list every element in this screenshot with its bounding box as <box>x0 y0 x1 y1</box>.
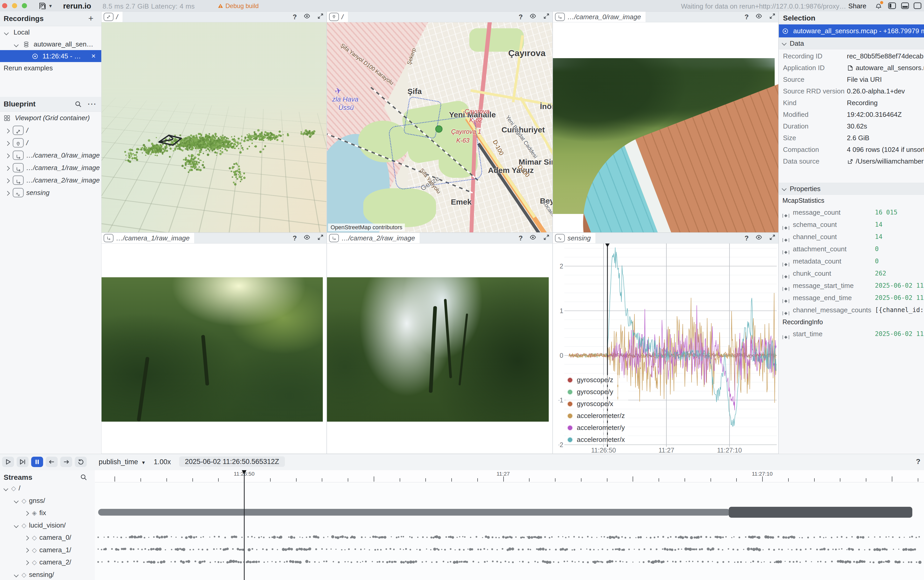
visibility-icon[interactable] <box>530 234 536 242</box>
expand-icon[interactable] <box>769 13 776 21</box>
sensing-plot-pane[interactable]: 210−1−211:26:5011:2711:27:10 gyroscope/z… <box>553 232 779 454</box>
data-row[interactable]: Recording IDrec_80b5f5e88ef74decab1 <box>779 50 924 62</box>
toggle-right-panel-icon[interactable] <box>913 2 922 9</box>
legend-item[interactable]: accelerometer/x <box>565 435 629 445</box>
visibility-icon[interactable] <box>304 13 310 21</box>
search-icon[interactable] <box>80 473 87 481</box>
legend-item[interactable]: gyroscope/y <box>565 387 629 397</box>
pane-title-tab[interactable]: / <box>327 12 348 22</box>
step-next-button[interactable] <box>60 457 72 467</box>
property-row[interactable]: schema_count14 <box>779 219 924 231</box>
time-ruler[interactable]: 11:26:5011:2711:27:10 <box>95 470 924 483</box>
timeline-selector[interactable]: publish_time▼ <box>99 458 146 466</box>
gnss-fix-track-bar-dense[interactable] <box>729 507 912 518</box>
data-row[interactable]: SourceFile via URI <box>779 74 924 86</box>
data-row[interactable]: Compaction4 096 rows (1024 if unsort <box>779 144 924 155</box>
stream-row-sensing[interactable]: ◇sensing/ <box>0 568 95 580</box>
selected-recording-row[interactable]: autoware_all_sensors.mcap - +168.79979 m <box>779 25 924 37</box>
data-row[interactable]: Duration30.62s <box>779 120 924 132</box>
property-row[interactable]: chunk_count262 <box>779 267 924 280</box>
event-dots-track[interactable] <box>95 557 924 567</box>
pause-button[interactable] <box>31 457 43 467</box>
legend-item[interactable]: accelerometer/y <box>565 423 629 433</box>
rerun-examples-row[interactable]: Rerun examples <box>0 62 101 74</box>
expand-icon[interactable] <box>769 234 776 242</box>
data-row[interactable]: Source RRD version0.26.0-alpha.1+dev <box>779 86 924 97</box>
property-row[interactable]: channel_message_counts[{channel_id: <box>779 304 924 316</box>
recordings-local-row[interactable]: Local <box>0 26 101 38</box>
help-icon[interactable]: ? <box>293 234 297 242</box>
help-icon[interactable]: ? <box>744 13 749 21</box>
play-button[interactable] <box>2 457 14 467</box>
stream-row-camera_1[interactable]: ◇camera_1/ <box>0 544 95 556</box>
blueprint-view-row[interactable]: sensing <box>0 186 101 199</box>
legend-item[interactable]: gyroscope/z <box>565 375 629 385</box>
timeline-help-icon[interactable]: ? <box>916 458 921 466</box>
macos-minimize-button[interactable] <box>12 3 17 8</box>
property-row[interactable]: channel_count14 <box>779 231 924 243</box>
camera2-pane[interactable]: …/camera_2/raw_image ? <box>327 232 553 454</box>
property-row[interactable]: attachment_count0 <box>779 243 924 255</box>
expand-icon[interactable] <box>543 234 550 242</box>
pane-title-tab[interactable]: …/camera_2/raw_image <box>327 233 420 243</box>
toggle-bottom-panel-icon[interactable] <box>901 2 909 9</box>
stream-row-camera_2[interactable]: ◇camera_2/ <box>0 556 95 568</box>
visibility-icon[interactable] <box>304 234 310 242</box>
notifications-bell-icon[interactable] <box>874 2 883 10</box>
visibility-icon[interactable] <box>756 234 762 242</box>
rerun-logo-icon[interactable] <box>38 2 46 10</box>
step-back-button[interactable] <box>46 457 58 467</box>
expand-icon[interactable] <box>317 13 324 21</box>
toggle-left-panel-icon[interactable] <box>888 2 896 9</box>
event-dots-track[interactable] <box>95 532 924 542</box>
current-timestamp-field[interactable]: 2025-06-02 11:26:50.565312Z <box>179 456 285 467</box>
blueprint-view-row[interactable]: …/camera_0/raw_image <box>0 149 101 161</box>
data-section-header[interactable]: Data <box>779 37 924 49</box>
share-button[interactable]: Share <box>848 2 866 10</box>
camera1-pane[interactable]: …/camera_1/raw_image ? <box>101 232 327 454</box>
help-icon[interactable]: ? <box>293 13 297 21</box>
camera0-image[interactable] <box>553 22 778 232</box>
blueprint-view-row[interactable]: / <box>0 124 101 137</box>
blueprint-viewport-row[interactable]: Viewport (Grid container) <box>0 112 101 124</box>
visibility-icon[interactable] <box>756 13 762 21</box>
stream-row-gnss[interactable]: ◇gnss/ <box>0 494 95 507</box>
camera0-pane[interactable]: …/camera_0/raw_image ? <box>553 12 779 232</box>
event-dots-track[interactable] <box>95 544 924 555</box>
help-icon[interactable]: ? <box>519 234 523 242</box>
gnss-fix-track-bar[interactable] <box>98 509 730 516</box>
blueprint-view-row[interactable]: …/camera_1/raw_image <box>0 161 101 174</box>
data-row[interactable]: Application IDautoware_all_sensors.m <box>779 62 924 74</box>
logo-menu-caret[interactable]: ▼ <box>48 3 53 9</box>
property-row[interactable]: start_time2025-06-02 11 <box>779 328 924 340</box>
expand-icon[interactable] <box>317 234 324 242</box>
loop-button[interactable] <box>75 457 87 467</box>
property-row[interactable]: message_end_time2025-06-02 11 <box>779 292 924 304</box>
property-row[interactable]: message_count16 015 <box>779 206 924 219</box>
recording-row-selected[interactable]: 11:26:45 - … × <box>0 50 101 62</box>
pane-title-tab[interactable]: …/camera_0/raw_image <box>553 12 646 22</box>
legend-item[interactable]: accelerometer/z <box>565 411 629 420</box>
search-icon[interactable] <box>74 100 82 108</box>
macos-close-button[interactable] <box>2 3 7 8</box>
map-canvas[interactable]: ÇayırovaŞifaYeni MahalleİnönüCumhuriyetA… <box>327 22 553 232</box>
recordings-dataset-row[interactable]: autoware_all_sen… <box>0 38 101 50</box>
camera1-image[interactable] <box>102 243 327 453</box>
legend-item[interactable]: gyroscope/x <box>565 399 629 409</box>
playhead-line[interactable] <box>244 470 245 580</box>
more-options-icon[interactable]: ··· <box>88 100 96 108</box>
playhead-handle[interactable] <box>242 470 246 475</box>
expand-icon[interactable] <box>543 13 550 21</box>
visibility-icon[interactable] <box>530 13 536 21</box>
view-3d-pane[interactable]: / ? <box>101 12 327 232</box>
pane-title-tab[interactable]: sensing <box>553 233 596 243</box>
data-row[interactable]: Size2.6 GiB <box>779 132 924 144</box>
blueprint-view-row[interactable]: / <box>0 137 101 149</box>
property-row[interactable]: metadata_count0 <box>779 255 924 267</box>
data-row[interactable]: Data source/Users/williamchamber <box>779 155 924 167</box>
time-series-plot[interactable]: 210−1−211:26:5011:2711:27:10 gyroscope/z… <box>553 243 778 453</box>
stream-row-[interactable]: ◇/ <box>0 482 95 494</box>
help-icon[interactable]: ? <box>744 234 749 242</box>
help-icon[interactable]: ? <box>519 13 523 21</box>
pane-title-tab[interactable]: …/camera_1/raw_image <box>102 233 195 243</box>
